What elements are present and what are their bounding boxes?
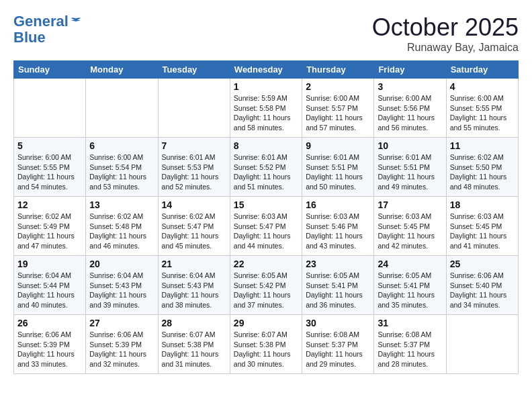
day-info: Sunrise: 6:08 AM Sunset: 5:37 PM Dayligh… xyxy=(306,330,370,369)
day-info: Sunrise: 6:00 AM Sunset: 5:57 PM Dayligh… xyxy=(306,93,370,133)
day-number: 22 xyxy=(234,259,298,269)
day-number: 29 xyxy=(234,318,298,328)
calendar-cell: 23Sunrise: 6:05 AM Sunset: 5:41 PM Dayli… xyxy=(302,256,374,315)
calendar-cell: 18Sunrise: 6:03 AM Sunset: 5:45 PM Dayli… xyxy=(446,197,518,256)
day-info: Sunrise: 6:06 AM Sunset: 5:40 PM Dayligh… xyxy=(450,271,515,310)
calendar-week-3: 12Sunrise: 6:02 AM Sunset: 5:49 PM Dayli… xyxy=(14,197,519,256)
day-info: Sunrise: 6:07 AM Sunset: 5:38 PM Dayligh… xyxy=(234,330,298,369)
day-info: Sunrise: 6:03 AM Sunset: 5:45 PM Dayligh… xyxy=(378,212,442,251)
calendar-cell: 15Sunrise: 6:03 AM Sunset: 5:47 PM Dayli… xyxy=(230,197,302,256)
logo-blue: Blue xyxy=(13,30,82,46)
day-info: Sunrise: 6:05 AM Sunset: 5:41 PM Dayligh… xyxy=(306,271,370,310)
day-info: Sunrise: 6:02 AM Sunset: 5:48 PM Dayligh… xyxy=(89,212,154,251)
logo-general: General xyxy=(13,13,69,30)
day-info: Sunrise: 6:05 AM Sunset: 5:42 PM Dayligh… xyxy=(234,271,298,310)
calendar-cell: 6Sunrise: 6:00 AM Sunset: 5:54 PM Daylig… xyxy=(86,138,158,197)
logo-text: General xyxy=(13,13,82,30)
day-info: Sunrise: 6:00 AM Sunset: 5:55 PM Dayligh… xyxy=(450,93,515,133)
page-header: General Blue October 2025 Runaway Bay, J… xyxy=(13,13,519,54)
weekday-header-thursday: Thursday xyxy=(302,61,374,79)
calendar-cell: 10Sunrise: 6:01 AM Sunset: 5:51 PM Dayli… xyxy=(374,138,446,197)
logo-bird-icon xyxy=(70,16,82,28)
day-info: Sunrise: 6:08 AM Sunset: 5:37 PM Dayligh… xyxy=(378,330,442,369)
day-number: 5 xyxy=(17,140,82,151)
day-number: 31 xyxy=(378,318,442,328)
day-info: Sunrise: 6:03 AM Sunset: 5:47 PM Dayligh… xyxy=(234,212,298,251)
calendar-cell: 11Sunrise: 6:02 AM Sunset: 5:50 PM Dayli… xyxy=(446,138,518,197)
day-info: Sunrise: 6:01 AM Sunset: 5:51 PM Dayligh… xyxy=(378,152,442,192)
day-info: Sunrise: 6:00 AM Sunset: 5:56 PM Dayligh… xyxy=(378,93,442,133)
day-number: 3 xyxy=(378,81,442,92)
calendar-week-4: 19Sunrise: 6:04 AM Sunset: 5:44 PM Dayli… xyxy=(14,256,519,315)
calendar-cell xyxy=(14,79,86,138)
calendar-week-2: 5Sunrise: 6:00 AM Sunset: 5:55 PM Daylig… xyxy=(14,138,519,197)
day-number: 4 xyxy=(450,81,515,92)
calendar-week-1: 1Sunrise: 5:59 AM Sunset: 5:58 PM Daylig… xyxy=(14,79,519,138)
calendar-week-5: 26Sunrise: 6:06 AM Sunset: 5:39 PM Dayli… xyxy=(14,315,519,374)
day-info: Sunrise: 6:07 AM Sunset: 5:38 PM Dayligh… xyxy=(162,330,226,369)
calendar-cell: 2Sunrise: 6:00 AM Sunset: 5:57 PM Daylig… xyxy=(302,79,374,138)
calendar-table: SundayMondayTuesdayWednesdayThursdayFrid… xyxy=(13,60,519,374)
day-number: 6 xyxy=(89,140,154,151)
day-number: 23 xyxy=(306,259,370,269)
calendar-cell: 24Sunrise: 6:05 AM Sunset: 5:41 PM Dayli… xyxy=(374,256,446,315)
calendar-cell: 22Sunrise: 6:05 AM Sunset: 5:42 PM Dayli… xyxy=(230,256,302,315)
calendar-cell: 26Sunrise: 6:06 AM Sunset: 5:39 PM Dayli… xyxy=(14,315,86,374)
calendar-cell: 14Sunrise: 6:02 AM Sunset: 5:47 PM Dayli… xyxy=(158,197,230,256)
day-info: Sunrise: 6:01 AM Sunset: 5:52 PM Dayligh… xyxy=(234,152,298,192)
calendar-cell: 27Sunrise: 6:06 AM Sunset: 5:39 PM Dayli… xyxy=(86,315,158,374)
calendar-cell: 29Sunrise: 6:07 AM Sunset: 5:38 PM Dayli… xyxy=(230,315,302,374)
calendar-cell xyxy=(158,79,230,138)
day-number: 18 xyxy=(450,199,515,210)
calendar-cell: 12Sunrise: 6:02 AM Sunset: 5:49 PM Dayli… xyxy=(14,197,86,256)
day-info: Sunrise: 6:03 AM Sunset: 5:46 PM Dayligh… xyxy=(306,212,370,251)
day-info: Sunrise: 6:05 AM Sunset: 5:41 PM Dayligh… xyxy=(378,271,442,310)
day-number: 16 xyxy=(306,199,370,210)
calendar-cell: 4Sunrise: 6:00 AM Sunset: 5:55 PM Daylig… xyxy=(446,79,518,138)
calendar-cell: 21Sunrise: 6:04 AM Sunset: 5:43 PM Dayli… xyxy=(158,256,230,315)
day-number: 8 xyxy=(234,140,298,151)
day-number: 26 xyxy=(17,318,82,328)
calendar-cell: 7Sunrise: 6:01 AM Sunset: 5:53 PM Daylig… xyxy=(158,138,230,197)
day-info: Sunrise: 6:04 AM Sunset: 5:43 PM Dayligh… xyxy=(162,271,226,310)
day-number: 19 xyxy=(17,259,82,269)
day-number: 28 xyxy=(162,318,226,328)
day-number: 13 xyxy=(89,199,154,210)
day-number: 7 xyxy=(162,140,226,151)
day-number: 1 xyxy=(234,81,298,92)
day-info: Sunrise: 5:59 AM Sunset: 5:58 PM Dayligh… xyxy=(234,93,298,133)
day-info: Sunrise: 6:04 AM Sunset: 5:43 PM Dayligh… xyxy=(89,271,154,310)
day-number: 11 xyxy=(450,140,515,151)
day-info: Sunrise: 6:02 AM Sunset: 5:50 PM Dayligh… xyxy=(450,152,515,192)
day-info: Sunrise: 6:04 AM Sunset: 5:44 PM Dayligh… xyxy=(17,271,82,310)
calendar-cell: 3Sunrise: 6:00 AM Sunset: 5:56 PM Daylig… xyxy=(374,79,446,138)
day-number: 21 xyxy=(162,259,226,269)
weekday-header-saturday: Saturday xyxy=(446,61,518,79)
day-info: Sunrise: 6:02 AM Sunset: 5:49 PM Dayligh… xyxy=(17,212,82,251)
calendar-cell: 8Sunrise: 6:01 AM Sunset: 5:52 PM Daylig… xyxy=(230,138,302,197)
day-info: Sunrise: 6:03 AM Sunset: 5:45 PM Dayligh… xyxy=(450,212,515,251)
calendar-cell: 30Sunrise: 6:08 AM Sunset: 5:37 PM Dayli… xyxy=(302,315,374,374)
day-number: 10 xyxy=(378,140,442,151)
weekday-header-wednesday: Wednesday xyxy=(230,61,302,79)
day-number: 12 xyxy=(17,199,82,210)
weekday-header-sunday: Sunday xyxy=(14,61,86,79)
day-info: Sunrise: 6:02 AM Sunset: 5:47 PM Dayligh… xyxy=(162,212,226,251)
weekday-header-tuesday: Tuesday xyxy=(158,61,230,79)
calendar-cell: 19Sunrise: 6:04 AM Sunset: 5:44 PM Dayli… xyxy=(14,256,86,315)
day-number: 9 xyxy=(306,140,370,151)
title-block: October 2025 Runaway Bay, Jamaica xyxy=(372,13,519,54)
day-number: 17 xyxy=(378,199,442,210)
calendar-cell: 13Sunrise: 6:02 AM Sunset: 5:48 PM Dayli… xyxy=(86,197,158,256)
day-number: 30 xyxy=(306,318,370,328)
location: Runaway Bay, Jamaica xyxy=(372,42,519,54)
day-number: 24 xyxy=(378,259,442,269)
calendar-cell: 20Sunrise: 6:04 AM Sunset: 5:43 PM Dayli… xyxy=(86,256,158,315)
calendar-cell: 17Sunrise: 6:03 AM Sunset: 5:45 PM Dayli… xyxy=(374,197,446,256)
day-number: 2 xyxy=(306,81,370,92)
calendar-cell: 9Sunrise: 6:01 AM Sunset: 5:51 PM Daylig… xyxy=(302,138,374,197)
day-number: 25 xyxy=(450,259,515,269)
calendar-cell: 25Sunrise: 6:06 AM Sunset: 5:40 PM Dayli… xyxy=(446,256,518,315)
day-info: Sunrise: 6:06 AM Sunset: 5:39 PM Dayligh… xyxy=(89,330,154,369)
calendar-cell: 16Sunrise: 6:03 AM Sunset: 5:46 PM Dayli… xyxy=(302,197,374,256)
